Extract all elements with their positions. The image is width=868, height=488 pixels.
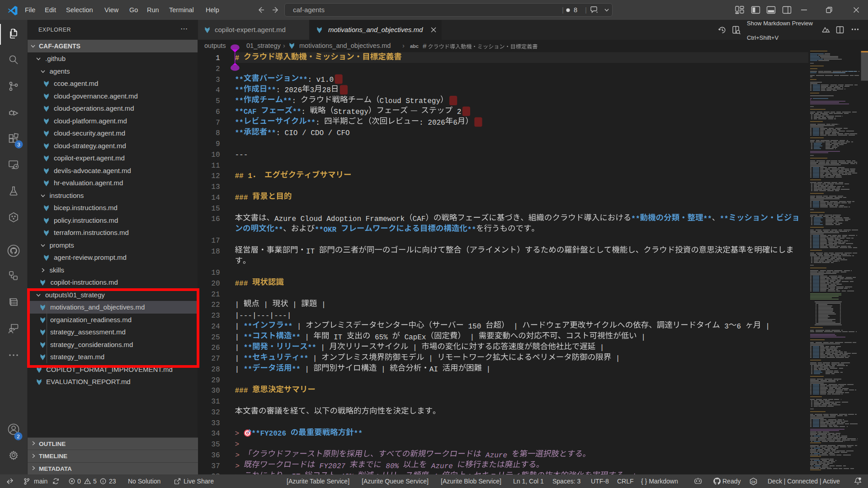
svg-text:C#: C#	[751, 480, 756, 484]
